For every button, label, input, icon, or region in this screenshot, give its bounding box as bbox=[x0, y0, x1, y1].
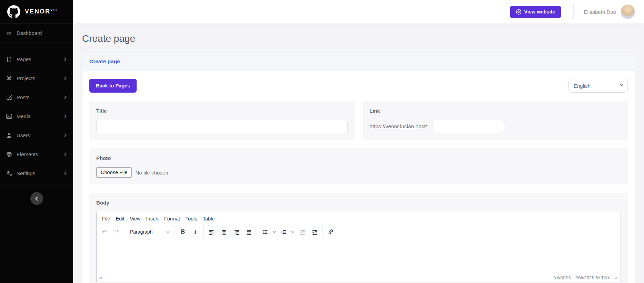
card-body: Back to Pages English Title Link bbox=[82, 70, 635, 283]
chevron-down-icon bbox=[166, 231, 170, 233]
topbar-divider bbox=[573, 5, 574, 19]
chevron-down-icon[interactable] bbox=[271, 226, 277, 237]
view-website-button[interactable]: View website bbox=[510, 6, 561, 18]
editor-toolbar: ↶ ↷ Paragraph B I bbox=[97, 225, 621, 238]
body-label: Body bbox=[96, 200, 621, 206]
chevron-down-icon[interactable] bbox=[290, 226, 296, 237]
sidebar-item-elements[interactable]: Elements bbox=[0, 145, 73, 164]
chevron-right-icon bbox=[64, 57, 67, 61]
title-panel: Title bbox=[89, 101, 355, 140]
editor-content-area[interactable] bbox=[97, 238, 621, 274]
undo-button[interactable]: ↶ bbox=[99, 226, 110, 237]
sidebar: VENORV2.0 Dashboard Pages bbox=[0, 0, 73, 283]
align-right-button[interactable] bbox=[230, 226, 242, 237]
back-to-pages-button[interactable]: Back to Pages bbox=[89, 79, 137, 93]
word-count[interactable]: 0 WORDS bbox=[554, 276, 571, 280]
globe-pin-icon bbox=[516, 9, 522, 15]
sidebar-item-settings[interactable]: Settings bbox=[0, 164, 73, 183]
app-window: VENORV2.0 Dashboard Pages bbox=[0, 0, 644, 283]
media-icon bbox=[6, 113, 12, 119]
projects-icon bbox=[6, 75, 12, 81]
editor-statusbar: P 0 WORDS POWERED BY TINY bbox=[97, 274, 621, 282]
topbar: View website Elisabeth Doe bbox=[73, 0, 644, 23]
chevron-right-icon bbox=[64, 76, 67, 80]
align-left-button[interactable] bbox=[206, 226, 217, 237]
users-icon bbox=[6, 132, 12, 138]
outdent-button[interactable] bbox=[296, 226, 308, 237]
sidebar-nav: Pages Projects Posts bbox=[0, 43, 73, 205]
octocat-logo-icon bbox=[7, 5, 21, 19]
sidebar-item-label: Media bbox=[17, 113, 31, 119]
menu-insert[interactable]: Insert bbox=[143, 214, 161, 223]
brand-name: VENORV2.0 bbox=[25, 8, 58, 15]
view-website-label: View website bbox=[524, 9, 555, 15]
sidebar-item-pages[interactable]: Pages bbox=[0, 50, 73, 69]
chevron-right-icon bbox=[64, 152, 67, 156]
photo-panel: Photo Choose File No file chosen bbox=[89, 148, 628, 185]
main-content: Create page Create page Back to Pages En… bbox=[73, 23, 644, 283]
menu-tools[interactable]: Tools bbox=[183, 214, 200, 223]
menu-format[interactable]: Format bbox=[161, 214, 183, 223]
brand-version: V2.0 bbox=[50, 8, 58, 12]
sidebar-item-label: Projects bbox=[17, 75, 35, 81]
link-url-prefix: https://venor.lucian.host/ bbox=[369, 123, 427, 130]
link-button[interactable] bbox=[325, 226, 337, 237]
format-select[interactable]: Paragraph bbox=[127, 226, 173, 237]
chevron-right-icon bbox=[64, 171, 67, 175]
sidebar-item-label: Users bbox=[17, 132, 30, 138]
menu-edit[interactable]: Edit bbox=[113, 214, 127, 223]
posts-icon bbox=[6, 94, 12, 100]
link-label: Link bbox=[369, 108, 621, 114]
sidebar-item-label: Posts bbox=[17, 94, 30, 100]
numbered-list-button[interactable]: 123 bbox=[278, 226, 289, 237]
align-center-button[interactable] bbox=[218, 226, 230, 237]
chevron-right-icon bbox=[64, 133, 67, 137]
page-title: Create page bbox=[82, 33, 635, 44]
rich-text-editor: File Edit View Insert Format Tools Table… bbox=[96, 212, 621, 282]
brand-logo[interactable]: VENORV2.0 bbox=[0, 0, 73, 23]
sidebar-item-dashboard[interactable]: Dashboard bbox=[0, 23, 73, 43]
title-input[interactable] bbox=[96, 120, 348, 133]
file-chosen-status: No file chosen bbox=[135, 170, 168, 176]
editor-menubar: File Edit View Insert Format Tools Table bbox=[97, 212, 621, 225]
create-page-card: Create page Back to Pages English Title bbox=[82, 53, 635, 283]
resize-handle[interactable] bbox=[615, 276, 618, 280]
menu-table[interactable]: Table bbox=[200, 214, 218, 223]
settings-icon bbox=[6, 170, 12, 176]
menu-file[interactable]: File bbox=[99, 214, 113, 223]
chevron-right-icon bbox=[64, 95, 67, 99]
link-input[interactable] bbox=[433, 120, 505, 133]
choose-file-button[interactable]: Choose File bbox=[96, 167, 132, 178]
menu-view[interactable]: View bbox=[127, 214, 143, 223]
bold-button[interactable]: B bbox=[177, 226, 189, 237]
sidebar-item-label: Elements bbox=[17, 151, 38, 157]
bullet-list-button[interactable] bbox=[259, 226, 271, 237]
powered-by-tiny[interactable]: POWERED BY TINY bbox=[576, 276, 610, 280]
dashboard-icon bbox=[6, 30, 12, 36]
sidebar-item-label: Dashboard bbox=[17, 30, 42, 36]
link-panel: Link https://venor.lucian.host/ bbox=[363, 101, 628, 140]
redo-button[interactable]: ↷ bbox=[111, 226, 123, 237]
avatar[interactable] bbox=[621, 4, 635, 19]
title-label: Title bbox=[96, 108, 348, 114]
sidebar-item-media[interactable]: Media bbox=[0, 107, 73, 126]
chevron-right-icon bbox=[64, 114, 67, 118]
user-name: Elisabeth Doe bbox=[584, 9, 616, 15]
language-select[interactable]: English bbox=[568, 79, 628, 93]
elements-icon bbox=[6, 151, 12, 157]
sidebar-item-label: Settings bbox=[17, 170, 35, 176]
sidebar-item-users[interactable]: Users bbox=[0, 126, 73, 145]
sidebar-collapse-button[interactable] bbox=[30, 192, 43, 205]
justify-button[interactable] bbox=[243, 226, 255, 237]
svg-text:3: 3 bbox=[281, 232, 283, 234]
format-select-value: Paragraph bbox=[130, 229, 152, 235]
body-panel: Body File Edit View Insert Format Tools … bbox=[89, 193, 628, 283]
sidebar-item-posts[interactable]: Posts bbox=[0, 88, 73, 107]
sidebar-divider bbox=[0, 186, 73, 186]
indent-button[interactable] bbox=[309, 226, 320, 237]
element-path[interactable]: P bbox=[99, 276, 102, 280]
italic-button[interactable]: I bbox=[189, 226, 201, 237]
sidebar-item-projects[interactable]: Projects bbox=[0, 69, 73, 88]
photo-label: Photo bbox=[96, 155, 621, 161]
sidebar-item-label: Pages bbox=[17, 56, 31, 62]
